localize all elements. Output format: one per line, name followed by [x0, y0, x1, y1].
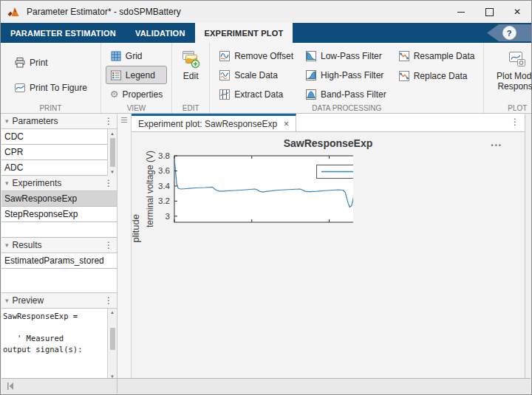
print-to-figure-button[interactable]: Print To Figure: [10, 78, 92, 97]
left-sidebar: ▾ Parameters ⋮ CDC CPR ADC ▲ ▼ ▾ Experim…: [1, 114, 117, 380]
remove-offset-button[interactable]: Remove Offset: [214, 47, 298, 65]
scale-data-button[interactable]: Scale Data: [214, 66, 298, 84]
document-area: Experiment plot: SawResponseExp × ⋮ SawR…: [132, 114, 525, 380]
collapse-preview-icon[interactable]: ▾: [5, 297, 9, 304]
resample-data-button[interactable]: Resample Data: [394, 47, 480, 66]
section-label-data-processing: DATA PROCESSING: [210, 104, 483, 112]
tab-validation[interactable]: VALIDATION: [126, 23, 195, 43]
properties-button[interactable]: ⚙ Properties: [106, 85, 167, 103]
document-tab-experiment-plot[interactable]: Experiment plot: SawResponseExp ×: [132, 114, 296, 131]
edit-button[interactable]: Edit: [177, 47, 205, 103]
maximize-button[interactable]: [475, 1, 503, 23]
title-bar: Parameter Estimator* - sdoSPMBattery ✕: [1, 1, 531, 23]
matlab-logo-icon: [7, 7, 21, 18]
right-edge-strip: [525, 114, 531, 380]
toolstrip-tab-bar: PARAMETER ESTIMATION VALIDATION EXPERIME…: [1, 23, 531, 43]
window-title: Parameter Estimator* - sdoSPMBattery: [27, 7, 181, 17]
experiments-list: SawResponseExp StepResponseExp: [1, 191, 117, 238]
scrollbar-thumb[interactable]: [110, 328, 115, 350]
status-bar: [1, 378, 531, 394]
svg-text:Amplitude: Amplitude: [132, 214, 141, 243]
grid-button[interactable]: Grid: [106, 47, 167, 65]
edit-plot-icon: [181, 49, 200, 69]
preview-line: [3, 322, 106, 333]
preview-panel-header[interactable]: ▾ Preview ⋮: [1, 293, 117, 309]
minimize-icon: [457, 11, 465, 13]
document-tab-label: Experiment plot: SawResponseExp: [138, 119, 277, 129]
splitter-grip-icon: [121, 122, 127, 123]
print-to-figure-icon: [14, 82, 26, 94]
splitter-grip-icon: [121, 120, 127, 120]
section-print: Print Print To Figure PRINT: [1, 43, 101, 113]
plot-model-response-button[interactable]: Plot Model Response: [488, 47, 532, 103]
parameters-scrollbar[interactable]: ▲ ▼: [107, 129, 117, 176]
close-icon: ✕: [514, 7, 521, 16]
experiments-panel-header[interactable]: ▾ Experiments ⋮: [1, 176, 117, 191]
status-bar-message-area: [117, 379, 531, 394]
collapse-left-panel-icon[interactable]: [6, 382, 16, 391]
experiment-item[interactable]: StepResponseExp: [1, 207, 117, 222]
svg-text:3: 3: [166, 212, 170, 221]
scrollbar-thumb[interactable]: [110, 138, 115, 167]
grid-icon: [110, 50, 122, 62]
low-pass-filter-button[interactable]: Low-Pass Filter: [301, 47, 391, 65]
close-button[interactable]: ✕: [503, 1, 531, 23]
collapse-results-icon[interactable]: ▾: [5, 241, 9, 249]
scale-data-icon: [219, 69, 231, 81]
replace-data-button[interactable]: Replace Data: [394, 66, 480, 86]
band-pass-filter-button[interactable]: Band-Pass Filter: [301, 85, 391, 103]
tab-experiment-plot[interactable]: EXPERIMENT PLOT: [195, 23, 293, 43]
parameters-panel-header[interactable]: ▾ Parameters ⋮: [1, 114, 117, 129]
tab-close-icon[interactable]: ×: [284, 119, 289, 129]
app-window: Parameter Estimator* - sdoSPMBattery ✕ P…: [0, 0, 532, 395]
experiment-item-selected[interactable]: SawResponseExp: [1, 191, 117, 207]
scroll-down-icon[interactable]: ▼: [108, 168, 117, 176]
results-empty-area: [1, 269, 117, 293]
preview-menu-icon[interactable]: ⋮: [104, 296, 113, 305]
experiments-menu-icon[interactable]: ⋮: [104, 179, 113, 188]
replace-data-icon: [398, 70, 410, 82]
remove-offset-icon: [219, 50, 231, 62]
legend-icon: [110, 69, 122, 81]
scroll-up-icon[interactable]: ▲: [108, 309, 117, 317]
svg-text:3.6: 3.6: [158, 166, 170, 175]
parameters-menu-icon[interactable]: ⋮: [104, 117, 113, 126]
preview-text: SawResponseExp = ' Measured output signa…: [1, 309, 107, 381]
plot-model-response-icon: [507, 49, 528, 69]
minimize-button[interactable]: [447, 1, 475, 23]
preview-scrollbar[interactable]: ▲ ▼: [107, 309, 117, 381]
preview-line: ' Measured: [3, 333, 106, 344]
results-panel-header[interactable]: ▾ Results ⋮: [1, 238, 117, 253]
high-pass-filter-button[interactable]: High-Pass Filter: [301, 66, 391, 84]
collapse-experiments-icon[interactable]: ▾: [5, 179, 9, 187]
experiments-panel-title: Experiments: [13, 178, 62, 188]
parameter-item[interactable]: CPR: [1, 145, 107, 160]
results-panel-title: Results: [13, 240, 42, 250]
tab-parameter-estimation[interactable]: PARAMETER ESTIMATION: [1, 23, 126, 43]
result-item[interactable]: EstimatedParams_stored: [1, 253, 117, 269]
print-button[interactable]: Print: [10, 53, 92, 72]
section-label-print: PRINT: [1, 104, 100, 112]
collapse-parameters-icon[interactable]: ▾: [5, 117, 9, 125]
experiment-plot-canvas[interactable]: 33.23.43.63.8terminal voltage (V)Measure…: [132, 132, 353, 243]
scroll-up-icon[interactable]: ▲: [108, 129, 117, 137]
parameter-item[interactable]: ADC: [1, 160, 107, 176]
panel-splitter[interactable]: [117, 114, 132, 380]
parameters-list: CDC CPR ADC ▲ ▼: [1, 129, 117, 176]
help-button[interactable]: ?: [502, 26, 516, 40]
figure-options-icon[interactable]: •••: [491, 142, 502, 149]
status-bar-left: [1, 379, 117, 394]
extract-data-button[interactable]: Extract Data: [214, 85, 298, 103]
parameter-item[interactable]: CDC: [1, 129, 107, 145]
maximize-icon: [485, 8, 494, 16]
section-plot: Plot Model Response PLOT: [484, 43, 532, 113]
document-menu-icon[interactable]: ⋮: [511, 117, 519, 126]
band-pass-filter-icon: [305, 89, 317, 100]
figure-area: SawResponseExp ••• 33.23.43.63.8terminal…: [132, 132, 525, 380]
results-menu-icon[interactable]: ⋮: [104, 241, 113, 250]
svg-text:3.2: 3.2: [158, 196, 170, 205]
legend-button[interactable]: Legend: [106, 66, 167, 84]
experiment-item-empty[interactable]: [1, 222, 117, 238]
high-pass-filter-icon: [305, 69, 317, 81]
splitter-grip-icon: [121, 117, 127, 118]
